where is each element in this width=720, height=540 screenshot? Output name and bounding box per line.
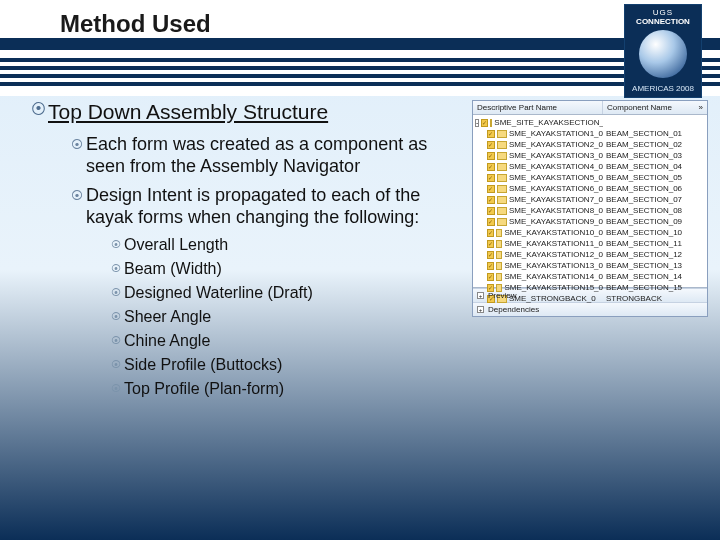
- bullet-level3: ⦿ Side Profile (Buttocks): [108, 356, 460, 374]
- component-name-cell: BEAM_SECTION_07: [603, 195, 707, 204]
- table-row[interactable]: ✓SME_KAYAKSTATION7_0BEAM_SECTION_07: [473, 194, 707, 205]
- check-icon: ✓: [487, 130, 495, 138]
- bullet-text: Sheer Angle: [124, 308, 211, 326]
- expand-icon: +: [477, 306, 484, 313]
- bullet-icon: ⦿: [108, 236, 124, 250]
- table-row[interactable]: ✓SME_KAYAKSTATION13_0BEAM_SECTION_13: [473, 260, 707, 271]
- table-row[interactable]: ✓SME_KAYAKSTATION4_0BEAM_SECTION_04: [473, 161, 707, 172]
- table-row[interactable]: ✓SME_KAYAKSTATION3_0BEAM_SECTION_03: [473, 150, 707, 161]
- part-name-cell: SME_KAYAKSTATION7_0: [509, 195, 603, 204]
- component-name-cell: BEAM_SECTION_12: [603, 250, 707, 259]
- bullet-icon: ⦿: [108, 284, 124, 298]
- bullet-icon: ⦿: [108, 308, 124, 322]
- assembly-navigator-panel: Descriptive Part Name Component Name » -…: [472, 100, 708, 317]
- bullet-text: Side Profile (Buttocks): [124, 356, 282, 374]
- part-icon: [497, 196, 507, 204]
- part-icon: [497, 185, 507, 193]
- part-name-cell: SME_SITE_KAYAKSECTION_0: [494, 118, 603, 127]
- tree-toggle-icon[interactable]: -: [475, 119, 479, 127]
- component-name-cell: BEAM_SECTION_14: [603, 272, 707, 281]
- component-name-cell: BEAM_SECTION_13: [603, 261, 707, 270]
- part-icon: [497, 152, 507, 160]
- bullet-icon: ⦿: [68, 134, 86, 152]
- bullet-text: Chine Angle: [124, 332, 210, 350]
- content-column: ⦿ Top Down Assembly Structure ⦿ Each for…: [28, 100, 472, 528]
- part-icon: [497, 130, 507, 138]
- part-name-cell: SME_KAYAKSTATION8_0: [509, 206, 603, 215]
- part-name-cell: SME_KAYAKSTATION10_0: [504, 228, 603, 237]
- table-row[interactable]: ✓SME_KAYAKSTATION9_0BEAM_SECTION_09: [473, 216, 707, 227]
- table-row[interactable]: -✓SME_SITE_KAYAKSECTION_0: [473, 117, 707, 128]
- bullet-level3: ⦿ Overall Length: [108, 236, 460, 254]
- table-row[interactable]: ✓SME_KAYAKSTATION8_0BEAM_SECTION_08: [473, 205, 707, 216]
- bullet-icon: ⦿: [68, 185, 86, 203]
- table-row[interactable]: ✓SME_KAYAKSTATION1_0BEAM_SECTION_01: [473, 128, 707, 139]
- bullet-text: Design Intent is propagated to each of t…: [86, 185, 460, 228]
- table-row[interactable]: ✓SME_KAYAKSTATION14_0BEAM_SECTION_14: [473, 271, 707, 282]
- bullet-level2: ⦿ Design Intent is propagated to each of…: [68, 185, 460, 228]
- component-name-cell: BEAM_SECTION_10: [603, 228, 707, 237]
- part-name-cell: SME_KAYAKSTATION12_0: [504, 250, 603, 259]
- table-row[interactable]: ✓SME_KAYAKSTATION11_0BEAM_SECTION_11: [473, 238, 707, 249]
- component-name-cell: BEAM_SECTION_03: [603, 151, 707, 160]
- bullet-level2: ⦿ Each form was created as a component a…: [68, 134, 460, 177]
- column-header-descriptive-part-name[interactable]: Descriptive Part Name: [473, 101, 603, 114]
- component-name-cell: BEAM_SECTION_08: [603, 206, 707, 215]
- part-name-cell: SME_KAYAKSTATION1_0: [509, 129, 603, 138]
- bullet-text: Beam (Width): [124, 260, 222, 278]
- part-icon: [497, 174, 507, 182]
- part-icon: [497, 218, 507, 226]
- part-name-cell: SME_KAYAKSTATION13_0: [504, 261, 603, 270]
- part-icon: [496, 273, 502, 281]
- expand-icon: +: [477, 292, 484, 299]
- component-name-cell: BEAM_SECTION_15: [603, 283, 707, 292]
- table-row[interactable]: ✓SME_KAYAKSTATION12_0BEAM_SECTION_12: [473, 249, 707, 260]
- part-icon: [496, 251, 502, 259]
- check-icon: ✓: [487, 163, 495, 171]
- bullet-level3: ⦿ Designed Waterline (Draft): [108, 284, 460, 302]
- bullet-level3: ⦿ Top Profile (Plan-form): [108, 380, 460, 398]
- part-name-cell: SME_KAYAKSTATION4_0: [509, 162, 603, 171]
- tab-label: Dependencies: [488, 305, 539, 314]
- brand-connection: CONNECTION: [636, 17, 690, 26]
- bullet-icon: ⦿: [108, 332, 124, 346]
- bullet-level3: ⦿ Chine Angle: [108, 332, 460, 350]
- dependencies-tab[interactable]: + Dependencies: [473, 302, 707, 316]
- check-icon: ✓: [487, 229, 494, 237]
- part-name-cell: SME_KAYAKSTATION11_0: [504, 239, 603, 248]
- bullet-level1: ⦿ Top Down Assembly Structure: [28, 100, 460, 124]
- table-row[interactable]: ✓SME_KAYAKSTATION10_0BEAM_SECTION_10: [473, 227, 707, 238]
- bullet-text: Top Down Assembly Structure: [48, 100, 328, 124]
- part-name-cell: SME_KAYAKSTATION2_0: [509, 140, 603, 149]
- check-icon: ✓: [487, 218, 495, 226]
- bullet-icon: ⦿: [108, 260, 124, 274]
- component-name-cell: STRONGBACK: [603, 294, 707, 303]
- table-row[interactable]: ✓SME_KAYAKSTATION6_0BEAM_SECTION_06: [473, 183, 707, 194]
- component-name-cell: BEAM_SECTION_06: [603, 184, 707, 193]
- check-icon: ✓: [487, 174, 495, 182]
- part-icon: [496, 229, 502, 237]
- part-icon: [496, 262, 502, 270]
- component-name-cell: BEAM_SECTION_04: [603, 162, 707, 171]
- check-icon: ✓: [487, 152, 495, 160]
- bullet-text: Overall Length: [124, 236, 228, 254]
- table-row[interactable]: ✓SME_KAYAKSTATION5_0BEAM_SECTION_05: [473, 172, 707, 183]
- component-name-cell: BEAM_SECTION_01: [603, 129, 707, 138]
- part-icon: [497, 207, 507, 215]
- bullet-text: Top Profile (Plan-form): [124, 380, 284, 398]
- brand-edition: AMERICAS 2008: [632, 84, 694, 93]
- part-icon: [496, 240, 502, 248]
- check-icon: ✓: [487, 251, 494, 259]
- part-name-cell: SME_KAYAKSTATION14_0: [504, 272, 603, 281]
- component-name-cell: BEAM_SECTION_02: [603, 140, 707, 149]
- column-more-icon[interactable]: »: [699, 103, 703, 112]
- column-header-component-name[interactable]: Component Name: [607, 103, 672, 112]
- table-row[interactable]: ✓SME_KAYAKSTATION2_0BEAM_SECTION_02: [473, 139, 707, 150]
- bullet-icon: ⦿: [108, 356, 124, 370]
- check-icon: ✓: [487, 240, 494, 248]
- bullet-text: Each form was created as a component as …: [86, 134, 460, 177]
- bullet-level3: ⦿ Sheer Angle: [108, 308, 460, 326]
- bullet-level3: ⦿ Beam (Width): [108, 260, 460, 278]
- component-name-cell: BEAM_SECTION_11: [603, 239, 707, 248]
- part-name-cell: SME_STRONGBACK_0: [509, 294, 596, 303]
